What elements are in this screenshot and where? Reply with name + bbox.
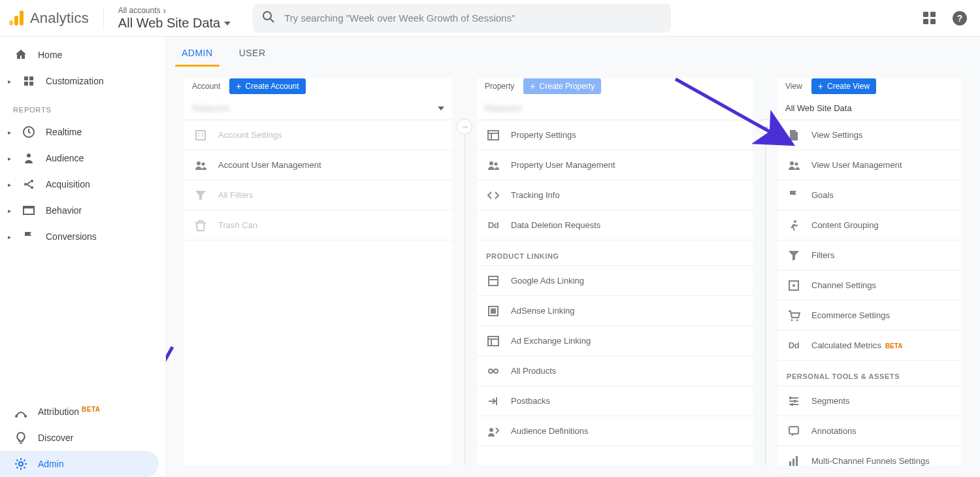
dd-icon: Dd: [486, 220, 500, 230]
property-column: Property +Create Property Redacted Prope…: [477, 78, 753, 465]
nav-home[interactable]: Home: [0, 42, 165, 68]
settings-item[interactable]: AdSense Linking: [477, 296, 753, 326]
settings-item[interactable]: Postbacks: [477, 386, 753, 416]
nav-audience[interactable]: ▸ Audience: [0, 145, 165, 171]
settings-item[interactable]: All Products: [477, 356, 753, 386]
settings-item-label: Goals: [811, 190, 834, 200]
settings-item-label: Property User Management: [511, 160, 615, 170]
breadcrumb-parent: All accounts: [118, 6, 161, 15]
attribution-icon: [13, 405, 29, 418]
settings-item-label: Segments: [811, 396, 850, 406]
bulb-icon: [13, 431, 29, 444]
settings-item[interactable]: DdCalculated MetricsBETA: [777, 331, 962, 361]
cart-icon: [787, 309, 801, 322]
create-view-button[interactable]: +Create View: [811, 78, 876, 94]
layout-icon: [486, 129, 500, 142]
property-column-title: Property: [485, 82, 514, 91]
postback-icon: [486, 395, 500, 408]
nav-acquisition-label: Acquisition: [46, 179, 152, 189]
settings-item[interactable]: Ad Exchange Linking: [477, 326, 753, 356]
collapse-knob[interactable]: →: [457, 119, 472, 135]
collapse-knob[interactable]: →: [757, 119, 773, 135]
gear-icon: [13, 457, 29, 470]
person-run-icon: [787, 219, 801, 232]
dd-icon: Dd: [787, 340, 801, 350]
create-account-label: Create Account: [246, 82, 299, 91]
create-property-button[interactable]: +Create Property: [523, 78, 601, 94]
help-icon[interactable]: ?: [953, 11, 967, 25]
nav-behavior-label: Behavior: [46, 205, 152, 216]
settings-item-label: Account User Management: [218, 160, 321, 170]
settings-item[interactable]: Channel Settings: [777, 271, 962, 301]
caret-down-icon: [224, 22, 231, 25]
search-placeholder: Try searching "Week over Week Growth of …: [284, 12, 515, 24]
property-selected: Redacted: [485, 103, 521, 113]
divider: [103, 7, 104, 29]
tab-admin[interactable]: ADMIN: [180, 39, 214, 66]
settings-item[interactable]: Property Settings: [477, 120, 753, 150]
nav-admin[interactable]: Admin: [0, 451, 159, 477]
breadcrumb-current-row: All Web Site Data: [118, 16, 231, 31]
column-gap: →: [452, 78, 477, 465]
nav-behavior[interactable]: ▸ Behavior: [0, 197, 165, 223]
reports-heading: REPORTS: [0, 94, 165, 119]
code-icon: [486, 189, 500, 202]
settings-item[interactable]: Audience Definitions: [477, 416, 753, 446]
page-icon: [787, 129, 801, 142]
settings-item[interactable]: View User Management: [777, 150, 962, 180]
account-selected: Redacted: [192, 103, 229, 113]
flag-icon: [21, 230, 37, 243]
nav-conversions[interactable]: ▸ Conversions: [0, 223, 165, 250]
nav-realtime[interactable]: ▸ Realtime: [0, 119, 165, 145]
apps-icon[interactable]: [922, 10, 937, 25]
account-selector[interactable]: Redacted: [184, 101, 452, 120]
settings-item[interactable]: Property User Management: [477, 150, 753, 180]
settings-item[interactable]: Content Grouping: [777, 210, 962, 240]
main: ADMIN USER Account +Create Account Redac…: [166, 37, 980, 477]
account-switcher[interactable]: All accounts › All Web Site Data: [118, 5, 231, 31]
settings-item[interactable]: Segments: [777, 386, 962, 416]
admin-tabs: ADMIN USER: [166, 37, 980, 67]
settings-item[interactable]: Multi-Channel Funnels Settings: [777, 446, 962, 476]
search-icon: [262, 10, 275, 25]
nav-acquisition[interactable]: ▸ Acquisition: [0, 171, 165, 197]
caret-down-icon: [438, 107, 444, 110]
settings-item[interactable]: Trash Can: [184, 210, 452, 240]
settings-item[interactable]: DdData Deletion Requests: [477, 210, 753, 240]
nav-attribution[interactable]: AttributionBETA: [0, 399, 165, 425]
dashboard-icon: [21, 75, 37, 87]
create-account-button[interactable]: +Create Account: [229, 78, 305, 94]
settings-item[interactable]: Ecommerce Settings: [777, 301, 962, 331]
settings-item[interactable]: Goals: [777, 180, 962, 210]
brand-name: Analytics: [30, 10, 89, 27]
create-property-label: Create Property: [540, 82, 595, 91]
settings-item[interactable]: Filters: [777, 240, 962, 271]
chevron-right-icon: ›: [163, 5, 167, 16]
search-box[interactable]: Try searching "Week over Week Growth of …: [253, 4, 671, 33]
nav-attribution-text: Attribution: [38, 406, 79, 417]
view-selector[interactable]: All Web Site Data: [777, 101, 962, 120]
view-selected: All Web Site Data: [785, 103, 852, 113]
settings-item[interactable]: Tracking Info: [477, 180, 753, 210]
nav-discover-label: Discover: [38, 433, 152, 443]
tab-user[interactable]: USER: [238, 39, 267, 66]
settings-item[interactable]: Annotations: [777, 416, 962, 446]
window-icon: [21, 204, 37, 217]
settings-item-label: Ecommerce Settings: [811, 310, 890, 320]
brand-logo[interactable]: Analytics: [9, 10, 89, 27]
settings-item[interactable]: Account User Management: [184, 150, 452, 180]
section-heading: PRODUCT LINKING: [477, 240, 753, 266]
settings-item[interactable]: Account Settings: [184, 120, 452, 150]
plus-icon: +: [818, 82, 823, 91]
settings-item[interactable]: All Filters: [184, 180, 452, 210]
nav-home-label: Home: [38, 50, 152, 60]
funnel-icon: [787, 249, 801, 262]
expand-icon: ▸: [7, 181, 12, 188]
settings-item[interactable]: Google Ads Linking: [477, 266, 753, 296]
property-selector[interactable]: Redacted: [477, 101, 753, 120]
nav-discover[interactable]: Discover: [0, 425, 165, 451]
breadcrumb-current: All Web Site Data: [118, 16, 220, 31]
settings-item[interactable]: View Settings: [777, 120, 962, 150]
nav-customization[interactable]: ▸ Customization: [0, 68, 165, 94]
settings-item-label: Content Grouping: [811, 220, 879, 230]
